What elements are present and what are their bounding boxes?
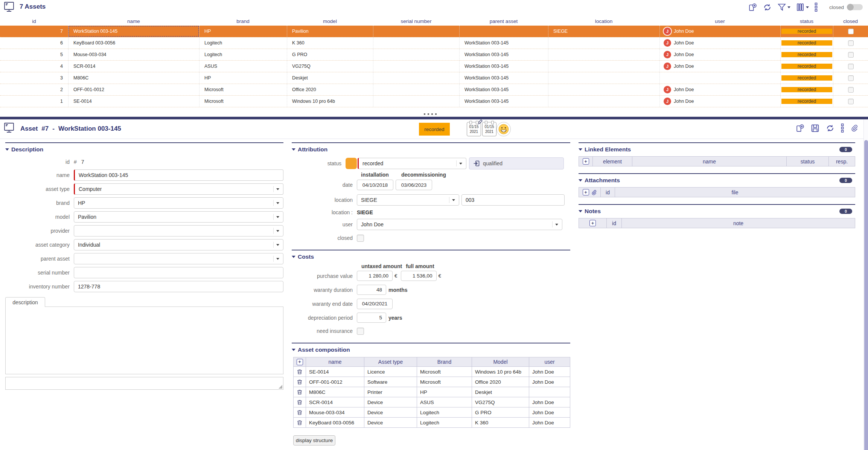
- delete-row-button[interactable]: [297, 379, 303, 385]
- add-note-button[interactable]: +: [589, 220, 596, 226]
- serial-number-input[interactable]: [74, 267, 283, 278]
- table-row[interactable]: 6 KeyBoard 003-0056 Logitech K 360 WorkS…: [0, 37, 868, 49]
- description-textarea[interactable]: [5, 307, 283, 374]
- attribution-section-title[interactable]: Attribution: [292, 146, 570, 153]
- qualified-transition-button[interactable]: qualified: [469, 157, 564, 169]
- installation-date-input[interactable]: 04/10/2018: [357, 180, 393, 190]
- note-col-id: id: [606, 218, 621, 228]
- purchase-full-input[interactable]: 1 536,00: [401, 271, 437, 281]
- add-component-button[interactable]: +: [297, 359, 303, 365]
- parent-asset-select[interactable]: [74, 253, 283, 264]
- add-linked-element-button[interactable]: +: [583, 158, 589, 165]
- columns-button[interactable]: [796, 3, 809, 12]
- user-select[interactable]: John Doe: [357, 219, 562, 230]
- delete-row-button[interactable]: [297, 369, 303, 375]
- composition-row[interactable]: KeyBoard 003-0056 Device Logitech K 360 …: [294, 418, 570, 428]
- resize-handle-icon[interactable]: [279, 385, 282, 389]
- table-row[interactable]: 4 SCR-0014 ASUS VG275Q WorkStation 003-1…: [0, 61, 868, 72]
- display-structure-button[interactable]: display structure: [293, 435, 335, 445]
- description-resize-strip[interactable]: [5, 377, 283, 390]
- asset-composition-section-title[interactable]: Asset composition: [292, 346, 570, 353]
- provider-select[interactable]: [74, 225, 283, 236]
- refresh-button[interactable]: [763, 3, 772, 12]
- composition-row[interactable]: OFF-001-0012 Software Microsoft Office 2…: [294, 377, 570, 387]
- col-header-location[interactable]: location: [548, 18, 659, 24]
- user-reaction-button[interactable]: [496, 122, 511, 136]
- new-record-button[interactable]: [748, 3, 757, 12]
- delete-row-button[interactable]: [297, 409, 303, 415]
- closed-toggle[interactable]: [847, 4, 863, 10]
- status-label: status: [292, 160, 346, 166]
- col-header-status[interactable]: status: [780, 18, 833, 24]
- need-insurance-checkbox[interactable]: [357, 328, 364, 335]
- save-button[interactable]: [810, 124, 820, 133]
- attachments-section-title[interactable]: Attachments: [579, 177, 620, 184]
- attach-file-button[interactable]: [850, 124, 859, 133]
- asset-type-select[interactable]: Computer: [74, 183, 283, 195]
- composition-row[interactable]: M806C Printer HP Deskjet: [294, 387, 570, 397]
- scrollbar-thumb[interactable]: [864, 140, 868, 450]
- table-row[interactable]: 7 WorkStation 003-145 HP Pavilion SIEGE …: [0, 26, 868, 37]
- col-header-closed[interactable]: closed: [833, 18, 868, 24]
- tab-description[interactable]: description: [5, 297, 45, 307]
- location-unit-input[interactable]: 003: [461, 194, 565, 206]
- table-row[interactable]: 2 OFF-001-0012 Microsoft Office 2020 Wor…: [0, 84, 868, 96]
- trash-icon: [297, 379, 303, 385]
- delete-row-button[interactable]: [297, 419, 303, 426]
- closed-checkbox[interactable]: [848, 64, 854, 69]
- closed-checkbox[interactable]: [848, 52, 854, 58]
- composition-row[interactable]: SE-0014 Licence Microsoft Windows 10 pro…: [294, 367, 570, 377]
- closed-checkbox[interactable]: [848, 29, 854, 34]
- col-header-id[interactable]: id: [0, 18, 68, 24]
- location-select[interactable]: SIEGE: [357, 194, 459, 206]
- inventory-number-input[interactable]: 1278-778: [74, 281, 283, 292]
- closed-checkbox[interactable]: [848, 99, 854, 104]
- decommissioning-date-input[interactable]: 03/06/2023: [396, 180, 432, 190]
- depreciation-period-input[interactable]: 5: [357, 313, 386, 323]
- more-menu-button[interactable]: [814, 2, 818, 12]
- linked-elements-section-title[interactable]: Linked Elements: [579, 146, 631, 153]
- new-record-icon: [748, 3, 757, 12]
- table-row[interactable]: 3 M806C HP Deskjet WorkStation 003-145 r…: [0, 72, 868, 84]
- composition-row[interactable]: Mouse-003-034 Device Logitech G PRO John…: [294, 407, 570, 418]
- composition-row[interactable]: SCR-0014 Device ASUS VG275Q John Doe: [294, 397, 570, 407]
- costs-section-title[interactable]: Costs: [292, 253, 570, 260]
- delete-row-button[interactable]: [297, 389, 303, 395]
- description-section-title[interactable]: Description: [5, 146, 283, 153]
- link-attachment-button[interactable]: [591, 189, 597, 195]
- notes-section-title[interactable]: Notes: [579, 208, 601, 215]
- closed-checkbox[interactable]: [848, 87, 854, 93]
- closed-checkbox[interactable]: [357, 235, 364, 242]
- col-header-name[interactable]: name: [68, 18, 199, 24]
- model-label: model: [5, 214, 74, 220]
- col-header-brand[interactable]: brand: [199, 18, 287, 24]
- model-select[interactable]: Pavilion: [74, 211, 283, 223]
- asset-category-select[interactable]: Individual: [74, 239, 283, 250]
- purchase-untaxed-input[interactable]: 1 280,00: [357, 271, 393, 281]
- closed-checkbox[interactable]: [848, 40, 854, 46]
- chevron-down-icon: [276, 188, 279, 190]
- refresh-button[interactable]: [825, 124, 835, 133]
- panel-splitter-handle[interactable]: [424, 113, 437, 115]
- add-attachment-button[interactable]: +: [583, 189, 589, 195]
- col-header-user[interactable]: user: [659, 18, 780, 24]
- waranty-end-date-input[interactable]: 04/20/2021: [357, 299, 393, 309]
- table-row[interactable]: 5 Mouse-003-034 Logitech G PRO WorkStati…: [0, 49, 868, 61]
- name-input[interactable]: WorkStation 003-145: [74, 169, 283, 181]
- delete-row-button[interactable]: [297, 399, 303, 405]
- brand-select[interactable]: HP: [74, 197, 283, 209]
- status-select[interactable]: recorded: [358, 158, 466, 169]
- filter-button[interactable]: [777, 3, 790, 12]
- col-header-model[interactable]: model: [287, 18, 373, 24]
- col-header-serial[interactable]: serial number: [373, 18, 459, 24]
- more-menu-button[interactable]: [841, 123, 844, 133]
- vertical-scrollbar[interactable]: [863, 119, 868, 450]
- closed-checkbox[interactable]: [848, 75, 854, 81]
- new-record-button[interactable]: [795, 124, 805, 133]
- trash-icon: [297, 419, 303, 426]
- waranty-duration-input[interactable]: 48: [357, 285, 386, 295]
- col-header-parent[interactable]: parent asset: [459, 18, 548, 24]
- table-row[interactable]: 1 SE-0014 Microsoft Windows 10 pro 64b W…: [0, 96, 868, 107]
- user-avatar: J: [664, 98, 671, 105]
- filter-icon: [777, 3, 786, 12]
